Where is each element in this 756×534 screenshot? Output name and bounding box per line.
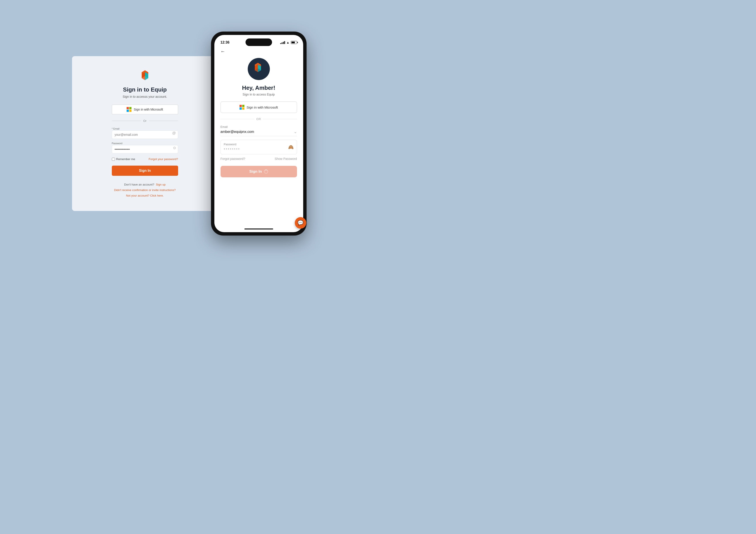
show-password-link[interactable]: Show Password (275, 157, 297, 160)
at-icon: @ (172, 131, 176, 135)
mobile-microsoft-signin-button[interactable]: Sign in with Microsoft (221, 101, 297, 113)
mobile-phone-wrapper: 12:36 ▲ (211, 32, 306, 235)
web-login-panel: Sign in to Equip Sign in to accesss your… (72, 56, 218, 211)
mobile-ms-btn-label: Sign in with Microsoft (247, 105, 278, 109)
remember-me-checkbox[interactable] (112, 158, 115, 161)
sign-up-link[interactable]: Sign up (156, 183, 166, 186)
password-input[interactable] (112, 145, 178, 154)
chevron-down-icon: ⌄ (294, 129, 297, 134)
signal-dot-4 (284, 41, 285, 44)
mobile-ms-logo (240, 105, 244, 110)
forgot-password-link[interactable]: Forgot your password? (149, 157, 178, 161)
mobile-email-value: amber@equipnx.com (221, 130, 254, 134)
password-input-group: Password ⊙ (112, 142, 178, 154)
mobile-phone: 12:36 ▲ (211, 32, 306, 235)
signal-icon (280, 41, 285, 44)
chat-bubble-button[interactable]: 💬 (295, 217, 306, 229)
web-footer: Don't have an account? Sign up Didn't re… (114, 183, 176, 197)
mobile-sign-in-label: Sign In (249, 169, 262, 174)
signal-dot-1 (280, 43, 281, 44)
mobile-email-value-row[interactable]: amber@equipnx.com ⌄ (221, 129, 297, 136)
mobile-greeting-subtitle: Sign in to access Equip (221, 93, 297, 96)
no-account-text: Don't have an account? (124, 183, 154, 186)
remember-me-group: Remember me (112, 157, 135, 161)
dynamic-island (246, 39, 272, 46)
mobile-password-label: Password (224, 143, 240, 146)
loading-spinner (264, 170, 268, 174)
home-indicator (244, 228, 273, 230)
mobile-app-logo (248, 58, 270, 80)
remember-me-label: Remember me (116, 157, 135, 161)
web-microsoft-signin-button[interactable]: Sign in with Microsoft (112, 104, 178, 114)
battery-fill (291, 42, 295, 43)
mobile-or-text: OR (256, 117, 261, 121)
web-or-divider: Or (112, 119, 178, 123)
email-input-group: * Email @ (112, 127, 178, 139)
mobile-forgot-password-link[interactable]: Forgot password? (221, 157, 245, 160)
back-arrow-icon: ← (221, 49, 226, 54)
battery-icon (291, 41, 297, 44)
not-account-link[interactable]: Not your account? Click here. (126, 194, 164, 197)
chat-icon: 💬 (297, 220, 303, 226)
signal-dot-3 (283, 42, 284, 44)
mobile-email-label: Email (221, 125, 297, 128)
back-button[interactable]: ← (221, 46, 297, 58)
password-field-inner: Password •••••••• (224, 143, 240, 152)
eye-slash-icon[interactable]: 🙈 (288, 144, 294, 150)
signal-dot-2 (282, 42, 283, 44)
web-sign-in-button[interactable]: Sign In (112, 166, 178, 176)
email-input[interactable] (112, 130, 178, 139)
mobile-greeting: Hey, Amber! (221, 84, 297, 91)
mobile-or-divider: OR (221, 117, 297, 121)
mobile-email-field: Email amber@equipnx.com ⌄ (221, 125, 297, 136)
mobile-password-field[interactable]: Password •••••••• 🙈 (221, 140, 297, 155)
remember-forgot-row: Remember me Forgot your password? (112, 157, 178, 161)
email-label: * Email (112, 127, 178, 130)
no-account-line: Don't have an account? Sign up (124, 183, 166, 186)
microsoft-logo-grid (127, 107, 131, 112)
web-subtitle: Sign in to accesss your account. (122, 95, 167, 98)
status-time: 12:36 (221, 41, 230, 44)
web-logo (139, 70, 151, 82)
mobile-sign-in-button[interactable]: Sign In (221, 166, 297, 177)
mobile-password-value: •••••••• (224, 147, 240, 152)
phone-content: ← (214, 46, 303, 227)
resend-link[interactable]: Didn't receive confirmation or invite in… (114, 188, 176, 192)
status-icons: ▲ (280, 41, 297, 44)
ms-btn-label: Sign in with Microsoft (134, 108, 163, 111)
password-label: Password (112, 142, 178, 145)
wifi-icon: ▲ (286, 41, 289, 44)
main-scene: Sign in to Equip Sign in to accesss your… (0, 0, 378, 267)
eye-slash-web-icon[interactable]: ⊙ (173, 146, 176, 150)
forgot-show-row: Forgot password? Show Password (221, 157, 297, 160)
or-text: Or (143, 119, 146, 123)
phone-screen: 12:36 ▲ (214, 35, 303, 232)
web-title: Sign in to Equip (123, 86, 167, 93)
